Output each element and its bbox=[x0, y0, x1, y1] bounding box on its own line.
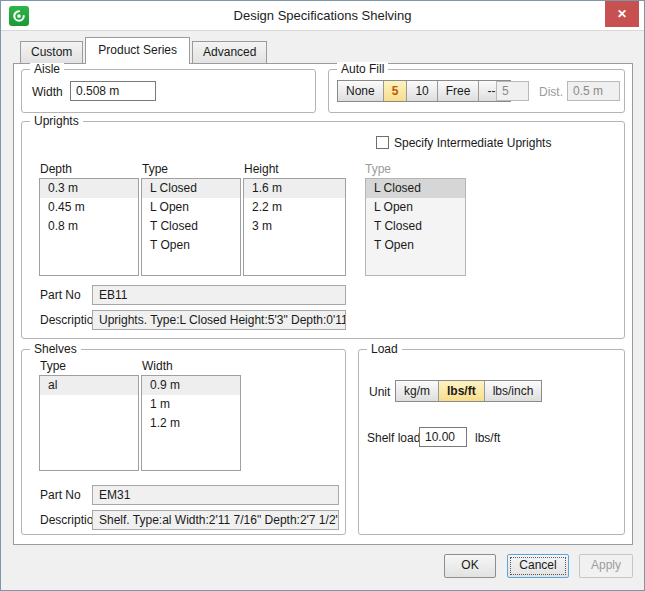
uprights-partno-label: Part No bbox=[40, 288, 81, 302]
uprights-intermediate-type-listbox[interactable]: L Closed L Open T Closed T Open bbox=[365, 178, 466, 276]
list-item[interactable]: T Open bbox=[142, 236, 240, 255]
window-title: Design Specifications Shelving bbox=[1, 1, 644, 31]
unit-lbsinch-segment[interactable]: lbs/inch bbox=[484, 381, 542, 401]
list-item[interactable]: 0.8 m bbox=[40, 217, 138, 236]
list-item[interactable]: 0.45 m bbox=[40, 198, 138, 217]
load-legend: Load bbox=[367, 342, 402, 356]
shelves-description-field: Shelf. Type:al Width:2'11 7/16" Depth:2'… bbox=[92, 510, 339, 530]
uprights-intermediate-type-header: Type bbox=[365, 162, 391, 176]
list-item[interactable]: 1.2 m bbox=[142, 414, 240, 433]
shelf-load-label: Shelf load bbox=[367, 431, 420, 445]
aisle-width-label: Width bbox=[32, 85, 63, 99]
tab-custom[interactable]: Custom bbox=[20, 41, 83, 63]
list-item[interactable]: 3 m bbox=[244, 217, 345, 236]
tab-strip: Custom Product Series Advanced bbox=[20, 38, 267, 64]
shelves-legend: Shelves bbox=[30, 342, 81, 356]
list-item[interactable]: L Open bbox=[366, 198, 465, 217]
autofill-segmented-control: None 5 10 Free --> bbox=[337, 80, 511, 102]
uprights-depth-listbox[interactable]: 0.3 m 0.45 m 0.8 m bbox=[39, 178, 139, 276]
list-item[interactable]: 0.9 m bbox=[142, 376, 240, 395]
shelves-type-header: Type bbox=[40, 359, 66, 373]
shelves-width-header: Width bbox=[142, 359, 173, 373]
uprights-height-listbox[interactable]: 1.6 m 2.2 m 3 m bbox=[243, 178, 346, 276]
autofill-count-input[interactable] bbox=[496, 81, 529, 101]
shelves-partno-field: EM31 bbox=[92, 485, 339, 505]
tab-product-series[interactable]: Product Series bbox=[85, 37, 190, 64]
intermediate-uprights-checkbox-label: Specify Intermediate Uprights bbox=[394, 136, 551, 150]
cancel-button[interactable]: Cancel bbox=[507, 554, 569, 578]
tab-advanced[interactable]: Advanced bbox=[192, 41, 267, 63]
shelves-width-listbox[interactable]: 0.9 m 1 m 1.2 m bbox=[141, 375, 241, 471]
load-unit-segmented-control: kg/m lbs/ft lbs/inch bbox=[395, 380, 542, 402]
titlebar: Design Specifications Shelving ✕ bbox=[1, 1, 644, 31]
list-item[interactable]: al bbox=[40, 376, 138, 395]
uprights-group: Uprights Specify Intermediate Uprights D… bbox=[21, 121, 625, 339]
load-unit-label: Unit bbox=[369, 385, 390, 399]
list-item[interactable]: 1.6 m bbox=[244, 179, 345, 198]
unit-kgm-segment[interactable]: kg/m bbox=[396, 381, 438, 401]
load-group: Load Unit kg/m lbs/ft lbs/inch Shelf loa… bbox=[358, 349, 625, 535]
list-item[interactable]: L Closed bbox=[366, 179, 465, 198]
uprights-depth-header: Depth bbox=[40, 162, 72, 176]
autofill-5-segment[interactable]: 5 bbox=[383, 81, 407, 101]
list-item[interactable]: 1 m bbox=[142, 395, 240, 414]
autofill-dist-input[interactable] bbox=[567, 81, 620, 101]
close-icon: ✕ bbox=[617, 7, 627, 21]
list-item[interactable]: 2.2 m bbox=[244, 198, 345, 217]
shelf-load-unit-suffix: lbs/ft bbox=[475, 431, 500, 445]
autofill-legend: Auto Fill bbox=[337, 62, 388, 76]
shelves-group: Shelves Type Width al 0.9 m 1 m 1.2 m Pa… bbox=[21, 349, 346, 535]
uprights-type-listbox[interactable]: L Closed L Open T Closed T Open bbox=[141, 178, 241, 276]
autofill-group: Auto Fill None 5 10 Free --> Dist. bbox=[328, 69, 625, 113]
uprights-type-header: Type bbox=[142, 162, 168, 176]
list-item[interactable]: L Closed bbox=[142, 179, 240, 198]
aisle-legend: Aisle bbox=[30, 62, 64, 76]
uprights-partno-field: EB11 bbox=[92, 285, 346, 305]
ok-button[interactable]: OK bbox=[444, 554, 496, 578]
shelves-partno-label: Part No bbox=[40, 488, 81, 502]
list-item[interactable]: 0.3 m bbox=[40, 179, 138, 198]
intermediate-uprights-checkbox[interactable] bbox=[376, 136, 389, 149]
shelf-load-input[interactable] bbox=[419, 427, 467, 447]
autofill-dist-label: Dist. bbox=[539, 85, 563, 99]
aisle-width-input[interactable] bbox=[70, 81, 156, 101]
uprights-legend: Uprights bbox=[30, 114, 83, 128]
autofill-free-segment[interactable]: Free bbox=[437, 81, 479, 101]
list-item[interactable]: L Open bbox=[142, 198, 240, 217]
list-item[interactable]: T Closed bbox=[366, 217, 465, 236]
list-item[interactable]: T Closed bbox=[142, 217, 240, 236]
apply-button[interactable]: Apply bbox=[579, 554, 633, 578]
list-item[interactable]: T Open bbox=[366, 236, 465, 255]
autofill-none-segment[interactable]: None bbox=[338, 81, 383, 101]
uprights-height-header: Height bbox=[244, 162, 279, 176]
unit-lbsft-segment[interactable]: lbs/ft bbox=[438, 381, 484, 401]
shelves-type-listbox[interactable]: al bbox=[39, 375, 139, 471]
aisle-group: Aisle Width bbox=[21, 69, 316, 113]
dialog-window: Design Specifications Shelving ✕ Custom … bbox=[0, 0, 645, 591]
uprights-description-field: Uprights. Type:L Closed Height:5'3" Dept… bbox=[92, 310, 346, 330]
autofill-10-segment[interactable]: 10 bbox=[406, 81, 436, 101]
close-button[interactable]: ✕ bbox=[605, 1, 639, 27]
